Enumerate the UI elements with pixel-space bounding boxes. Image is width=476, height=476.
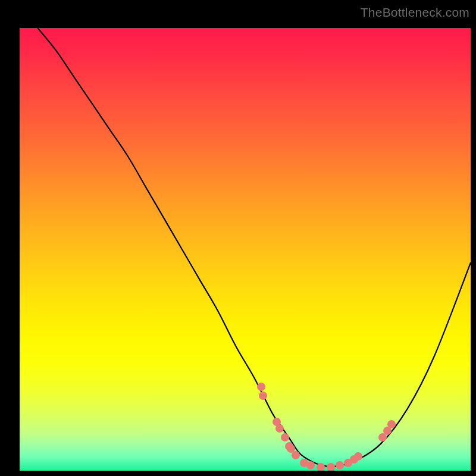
chart-data-point [306,461,315,469]
chart-data-point [387,420,396,428]
chart-data-point [292,451,300,459]
chart-plot-area [20,28,471,471]
chart-data-point [281,433,289,441]
chart-data-point [327,463,335,471]
chart-frame [7,7,469,469]
chart-data-point [336,461,344,469]
watermark-text: TheBottleneck.com [361,5,469,20]
chart-data-point [259,392,267,400]
chart-gradient-bg [20,28,471,471]
chart-data-point [317,463,325,471]
chart-data-point [354,452,362,461]
chart-data-point [257,383,265,391]
chart-data-point [275,424,284,433]
